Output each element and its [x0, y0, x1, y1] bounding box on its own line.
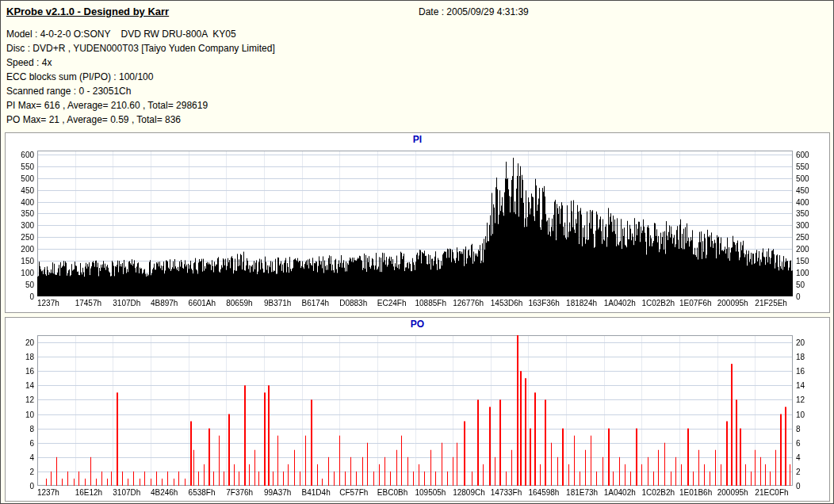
scan-date-label: Date : 2005/09/29 4:31:39 [419, 6, 529, 17]
po-chart-panel: PO [5, 317, 830, 502]
po-chart [6, 331, 828, 499]
info-disc: Disc : DVD+R , YUDEN000T03 [Taiyo Yuden … [6, 41, 275, 55]
scan-info-block: Model : 4-0-2-0 O:SONY DVD RW DRU-800A K… [6, 27, 275, 127]
kprobe-window: KProbe v2.1.0 - Designed by Karr Date : … [0, 0, 834, 504]
info-scanned-range: Scanned range : 0 - 23051Ch [6, 84, 275, 98]
info-model: Model : 4-0-2-0 O:SONY DVD RW DRU-800A K… [6, 27, 275, 41]
info-ecc-blocks: ECC blocks sum (PI/PO) : 100/100 [6, 70, 275, 84]
po-chart-title: PO [6, 318, 829, 331]
pi-chart [6, 147, 828, 310]
pi-chart-panel: PI [5, 132, 830, 313]
info-pi-stats: PI Max= 616 , Average= 210.60 , Total= 2… [6, 98, 275, 113]
app-title: KProbe v2.1.0 - Designed by Karr [6, 6, 169, 17]
info-speed: Speed : 4x [6, 55, 275, 70]
pi-chart-title: PI [6, 133, 829, 147]
info-po-stats: PO Max= 21 , Average= 0.59 , Total= 836 [6, 113, 275, 127]
